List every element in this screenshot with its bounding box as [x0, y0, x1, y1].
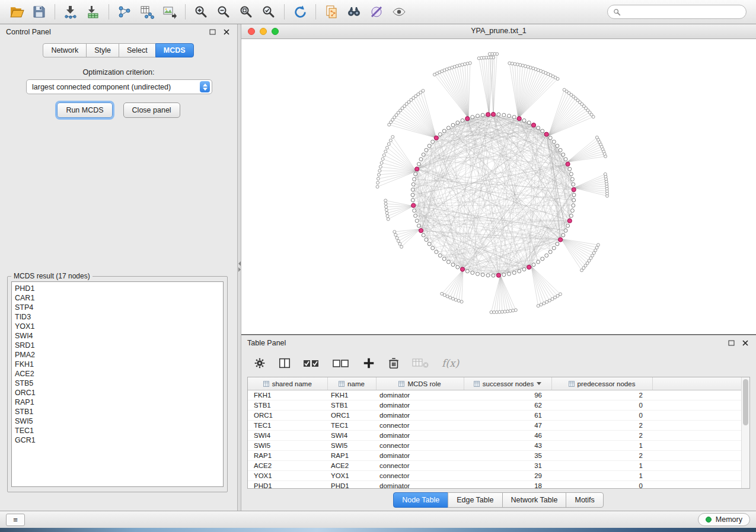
- mcds-result-item[interactable]: RAP1: [15, 398, 223, 407]
- tab-motifs[interactable]: Motifs: [566, 492, 603, 508]
- close-panel-icon[interactable]: [741, 338, 750, 348]
- export-image-button[interactable]: [159, 3, 180, 21]
- import-table-button[interactable]: [82, 3, 104, 21]
- mcds-result-item[interactable]: PMA2: [15, 350, 223, 360]
- run-mcds-button[interactable]: Run MCDS: [57, 102, 112, 118]
- mcds-result-item[interactable]: ORC1: [15, 388, 223, 398]
- fit-content-button[interactable]: [235, 3, 257, 21]
- table-row[interactable]: YOX1YOX1connector291: [248, 471, 742, 481]
- plus-icon: [362, 357, 375, 370]
- search-field[interactable]: [607, 5, 747, 19]
- style-button[interactable]: [366, 3, 387, 21]
- float-panel-icon[interactable]: [726, 338, 736, 348]
- mcds-result-item[interactable]: TEC1: [15, 426, 223, 435]
- mcds-result-item[interactable]: STB1: [15, 407, 223, 416]
- import-network-button[interactable]: [60, 3, 81, 21]
- table-vertical-scrollbar[interactable]: [741, 377, 749, 488]
- save-session-button[interactable]: [28, 3, 50, 21]
- node-table: shared namenameMCDS rolesuccessor nodesp…: [248, 377, 742, 489]
- mcds-result-item[interactable]: ACE2: [15, 369, 223, 379]
- delete-table-icon: [412, 357, 430, 369]
- table-row[interactable]: RAP1RAP1dominator352: [248, 451, 742, 461]
- scrollbar-thumb[interactable]: [743, 379, 748, 425]
- tab-edge-table[interactable]: Edge Table: [448, 492, 502, 508]
- tab-network-table[interactable]: Network Table: [502, 492, 567, 508]
- mcds-result-item[interactable]: TID3: [15, 312, 223, 322]
- mcds-result-list[interactable]: PHD1CAR1STP4TID3YOX1SWI4SRD1PMA2FKH1ACE2…: [11, 281, 224, 487]
- mcds-result-item[interactable]: YOX1: [15, 322, 223, 331]
- network-nodes-icon: [117, 5, 132, 19]
- table-row[interactable]: ORC1ORC1dominator610: [248, 411, 742, 421]
- column-header-successor-nodes[interactable]: successor nodes: [464, 377, 551, 390]
- tab-node-table[interactable]: Node Table: [393, 492, 448, 508]
- mcds-result-item[interactable]: SRD1: [15, 341, 223, 350]
- close-panel-icon[interactable]: [222, 27, 231, 37]
- search-input[interactable]: [624, 7, 741, 17]
- table-cell: ORC1: [248, 411, 327, 421]
- toolbar-separator: [55, 4, 55, 20]
- table-settings-button[interactable]: [253, 357, 266, 370]
- new-network-button[interactable]: [114, 3, 135, 21]
- zoom-in-button[interactable]: [190, 3, 212, 21]
- node-table-container: shared namenameMCDS rolesuccessor nodesp…: [247, 377, 750, 489]
- tab-select[interactable]: Select: [119, 43, 156, 57]
- function-builder-button: f(x): [442, 357, 459, 369]
- table-cell: YOX1: [327, 471, 376, 481]
- import-network-icon: [63, 5, 78, 19]
- show-graphics-button[interactable]: [388, 3, 410, 21]
- network-canvas-area: [241, 39, 756, 335]
- tab-mcds[interactable]: MCDS: [155, 43, 194, 57]
- control-panel-header: Control Panel: [0, 24, 237, 40]
- mcds-result-item[interactable]: FKH1: [15, 360, 223, 369]
- open-session-button[interactable]: [6, 3, 27, 21]
- add-column-button[interactable]: [362, 357, 375, 370]
- table-row[interactable]: ACE2ACE2connector311: [248, 461, 742, 471]
- close-panel-button[interactable]: Close panel: [123, 102, 180, 118]
- mcds-result-item[interactable]: STP4: [15, 303, 223, 312]
- save-floppy-icon: [32, 5, 46, 19]
- column-header-MCDS-role[interactable]: MCDS role: [376, 377, 464, 390]
- mcds-result-item[interactable]: CAR1: [15, 293, 223, 303]
- find-button[interactable]: [343, 3, 365, 21]
- delete-column-button[interactable]: [387, 357, 400, 370]
- table-cell: connector: [376, 441, 464, 451]
- apply-layout-button[interactable]: [289, 3, 311, 21]
- mcds-result-item[interactable]: SWI4: [15, 331, 223, 341]
- mcds-result-item[interactable]: SWI5: [15, 416, 223, 426]
- clone-network-button[interactable]: [321, 3, 342, 21]
- table-row[interactable]: PHD1PHD1dominator180: [248, 481, 742, 489]
- memory-button[interactable]: Memory: [698, 513, 750, 526]
- toolbar-separator: [185, 4, 186, 20]
- column-header-name[interactable]: name: [327, 377, 376, 390]
- status-menu-button[interactable]: ≡: [6, 514, 25, 526]
- table-row[interactable]: SWI5SWI5connector431: [248, 441, 742, 451]
- table-cell: SWI5: [248, 441, 327, 451]
- column-header-predecessor-nodes[interactable]: predecessor nodes: [551, 377, 652, 390]
- float-panel-icon[interactable]: [208, 27, 217, 37]
- mcds-result-item[interactable]: GCR1: [15, 435, 223, 445]
- zoom-out-button[interactable]: [213, 3, 234, 21]
- column-header-shared-name[interactable]: shared name: [248, 377, 327, 390]
- table-row[interactable]: TEC1TEC1connector472: [248, 421, 742, 431]
- network-canvas[interactable]: [241, 39, 756, 335]
- table-cell: FKH1: [248, 390, 327, 400]
- select-none-button[interactable]: [333, 357, 350, 369]
- toolbar-separator: [109, 4, 109, 20]
- table-cell: 18: [464, 481, 551, 489]
- binoculars-icon: [346, 5, 362, 19]
- tab-network[interactable]: Network: [43, 43, 87, 57]
- columns-icon: [278, 357, 291, 370]
- network-from-table-button[interactable]: [136, 3, 158, 21]
- mcds-result-item[interactable]: PHD1: [15, 284, 223, 293]
- table-row[interactable]: FKH1FKH1dominator962: [248, 390, 742, 400]
- zoom-selected-button[interactable]: [258, 3, 279, 21]
- table-row[interactable]: STB1STB1dominator620: [248, 400, 742, 411]
- criterion-select[interactable]: largest connected component (undirected): [26, 79, 212, 94]
- image-export-icon: [162, 5, 177, 19]
- mcds-result-item[interactable]: STB5: [15, 379, 223, 388]
- column-selector-button[interactable]: [278, 357, 291, 370]
- table-row[interactable]: SWI4SWI4dominator462: [248, 431, 742, 441]
- select-all-button[interactable]: [303, 357, 321, 369]
- table-cell: PHD1: [327, 481, 376, 489]
- tab-style[interactable]: Style: [86, 43, 119, 57]
